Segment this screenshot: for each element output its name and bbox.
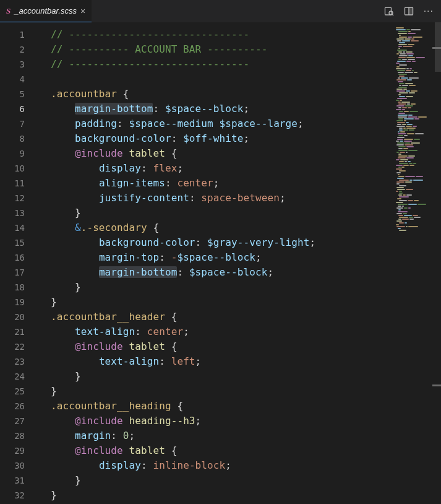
- minimap[interactable]: [395, 27, 432, 498]
- tab-actions: ···: [377, 0, 441, 22]
- line-gutter: 1234567891011121314151617181920212223242…: [0, 22, 38, 504]
- code-area[interactable]: // ------------------------------// ----…: [38, 22, 441, 504]
- tab-filename: _accountbar.scss: [14, 6, 77, 15]
- close-icon[interactable]: ×: [80, 6, 85, 16]
- editor-tab[interactable]: S _accountbar.scss ×: [0, 0, 92, 22]
- editor[interactable]: 1234567891011121314151617181920212223242…: [0, 22, 441, 504]
- split-editor-icon[interactable]: [404, 6, 414, 16]
- svg-rect-5: [409, 7, 413, 15]
- sass-icon: S: [6, 6, 11, 16]
- svg-line-2: [392, 14, 393, 15]
- find-in-file-icon[interactable]: [384, 6, 394, 16]
- scrollbar[interactable]: [432, 22, 441, 504]
- tab-bar: S _accountbar.scss × ···: [0, 0, 441, 22]
- scroll-mark: [432, 385, 441, 386]
- scroll-mark: [432, 47, 441, 49]
- more-actions-icon[interactable]: ···: [424, 6, 434, 17]
